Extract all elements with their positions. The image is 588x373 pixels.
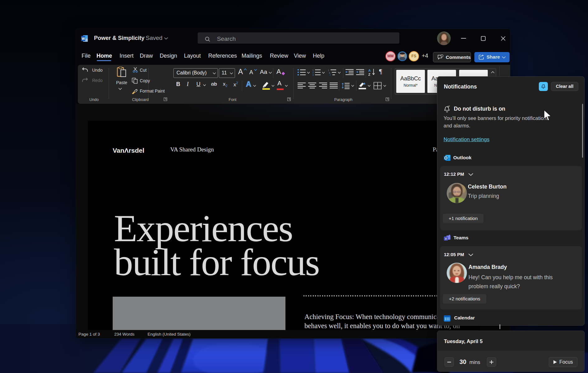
svg-text:Z: Z xyxy=(368,73,370,76)
svg-text:a: a xyxy=(329,72,330,74)
svg-text:W: W xyxy=(82,37,85,41)
svg-text:T: T xyxy=(445,237,447,241)
svg-text:z: z xyxy=(544,84,545,86)
svg-text:1: 1 xyxy=(313,69,314,71)
svg-text:1: 1 xyxy=(328,69,329,71)
svg-text:A: A xyxy=(368,69,371,72)
svg-text:3: 3 xyxy=(313,74,314,76)
svg-text:i: i xyxy=(330,74,330,76)
svg-text:z: z xyxy=(449,105,450,107)
svg-text:2: 2 xyxy=(313,71,314,74)
